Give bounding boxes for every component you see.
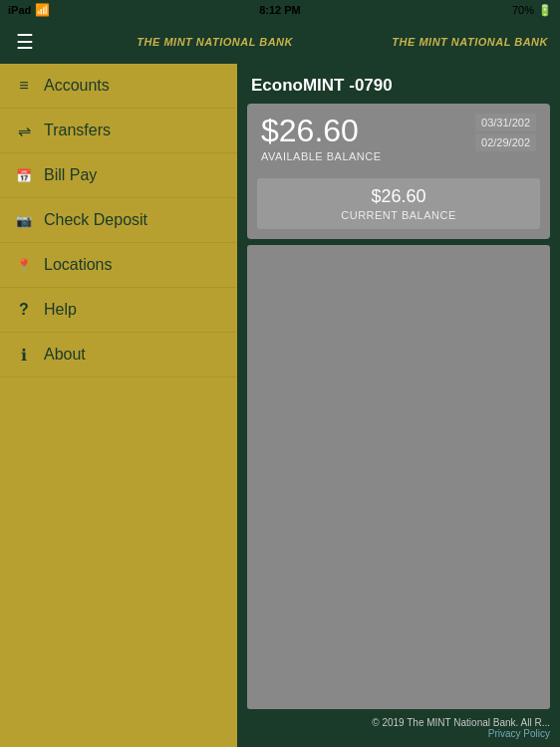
app-container: ☰ The MINT National Bank The MINT Nation… <box>0 20 560 747</box>
sidebar-label-about: About <box>44 346 86 364</box>
accounts-icon <box>14 76 34 96</box>
checkdeposit-icon <box>14 210 34 230</box>
battery-label: 70% <box>512 4 534 16</box>
hamburger-button[interactable]: ☰ <box>12 26 38 58</box>
available-balance-section: $26.60 AVAILABLE BALANCE <box>261 114 475 162</box>
sidebar: Accounts Transfers Bill Pay Check Deposi… <box>0 64 237 747</box>
help-icon <box>14 300 34 320</box>
sidebar-label-help: Help <box>44 301 77 319</box>
sidebar-label-transfers: Transfers <box>44 122 111 139</box>
footer-copyright: © 2019 The MINT National Bank. All R... <box>247 717 550 728</box>
status-time: 8:12 PM <box>259 4 301 16</box>
billpay-icon <box>14 165 34 185</box>
top-nav: ☰ The MINT National Bank The MINT Nation… <box>0 20 560 64</box>
sidebar-item-billpay[interactable]: Bill Pay <box>0 153 237 198</box>
status-right: 70% 🔋 <box>512 4 552 17</box>
available-label: AVAILABLE BALANCE <box>261 150 475 162</box>
main-panel: EconoMINT -0790 $26.60 AVAILABLE BALANCE… <box>237 64 560 747</box>
nav-logo-right: The MINT National Bank <box>392 36 548 48</box>
privacy-policy-link[interactable]: Privacy Policy <box>247 728 550 739</box>
status-bar: iPad 📶 8:12 PM 70% 🔋 <box>0 0 560 20</box>
battery-icon: 🔋 <box>538 4 552 17</box>
wifi-icon: 📶 <box>35 3 50 17</box>
sidebar-item-help[interactable]: Help <box>0 288 237 333</box>
dates-column: 03/31/202 02/29/202 <box>475 114 536 151</box>
sidebar-label-checkdeposit: Check Deposit <box>44 211 147 229</box>
date-item-1: 03/31/202 <box>475 114 536 131</box>
account-title: EconoMINT -0790 <box>237 64 560 104</box>
current-amount: $26.60 <box>267 186 530 207</box>
account-card: $26.60 AVAILABLE BALANCE 03/31/202 02/29… <box>247 104 550 239</box>
content-area: Accounts Transfers Bill Pay Check Deposi… <box>0 64 560 747</box>
available-amount: $26.60 <box>261 114 475 148</box>
sidebar-item-about[interactable]: About <box>0 333 237 377</box>
sidebar-item-checkdeposit[interactable]: Check Deposit <box>0 198 237 243</box>
date-item-2: 02/29/202 <box>475 133 536 151</box>
sidebar-label-locations: Locations <box>44 256 113 274</box>
sidebar-item-accounts[interactable]: Accounts <box>0 64 237 109</box>
account-card-top: $26.60 AVAILABLE BALANCE 03/31/202 02/29… <box>247 104 550 172</box>
transfers-icon <box>14 121 34 140</box>
sidebar-label-accounts: Accounts <box>44 77 110 95</box>
current-label: CURRENT BALANCE <box>267 209 530 221</box>
carrier-label: iPad <box>8 4 31 16</box>
sidebar-item-locations[interactable]: Locations <box>0 243 237 288</box>
status-left: iPad 📶 <box>8 3 50 17</box>
transactions-area <box>247 245 550 709</box>
footer: © 2019 The MINT National Bank. All R... … <box>237 709 560 747</box>
locations-icon <box>14 255 34 275</box>
about-icon <box>14 345 34 365</box>
sidebar-item-transfers[interactable]: Transfers <box>0 109 237 153</box>
sidebar-label-billpay: Bill Pay <box>44 166 97 184</box>
current-balance-row: $26.60 CURRENT BALANCE <box>257 178 540 229</box>
nav-logo-left: The MINT National Bank <box>137 36 293 48</box>
